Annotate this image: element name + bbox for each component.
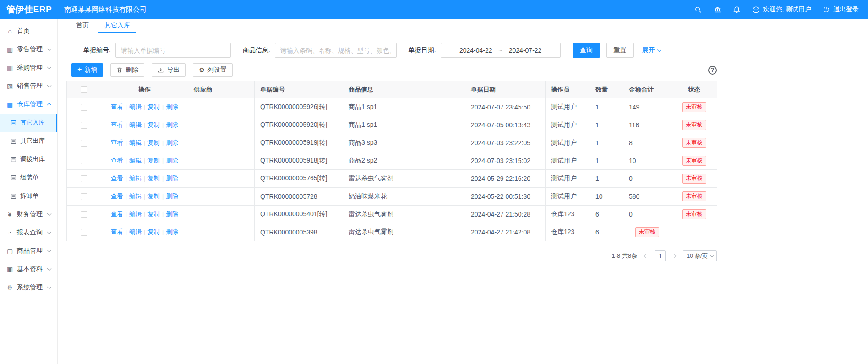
row-checkbox[interactable] [81,122,87,129]
supplier-cell [188,152,255,170]
row-checkbox[interactable] [81,175,87,182]
search-icon[interactable] [694,5,702,14]
delete-button[interactable]: 删除 [110,63,144,77]
copy-link[interactable]: 复制 [147,228,160,235]
copy-link[interactable]: 复制 [147,193,160,200]
row-checkbox[interactable] [81,211,87,218]
delete-link[interactable]: 删除 [166,211,178,217]
tab-other-inbound[interactable]: 其它入库 [98,19,136,33]
amount-cell: 8 [623,134,671,152]
view-link[interactable]: 查看 [111,211,123,217]
delete-link[interactable]: 删除 [166,157,178,164]
select-all-checkbox[interactable] [81,86,87,93]
edit-link[interactable]: 编辑 [129,157,142,164]
sidebar-item-purchase[interactable]: ▦ 采购管理 [0,59,57,77]
table-toolbar: + 新增 删除 导出 ⚙ 列设置 [71,63,717,77]
column-settings-button[interactable]: ⚙ 列设置 [193,63,233,77]
sidebar-subitem-other-inbound[interactable]: 其它入库 [0,114,57,132]
sidebar-item-basedata[interactable]: ▣ 基本资料 [0,260,57,278]
bell-icon[interactable] [732,5,741,14]
copy-link[interactable]: 复制 [147,121,160,128]
sidebar-item-goods[interactable]: ▢ 商品管理 [0,242,57,260]
export-button[interactable]: 导出 [152,63,186,77]
top-header: 管伊佳ERP 南通某某网络科技有限公司 欢迎您, 测试用户 [0,0,868,19]
delete-link[interactable]: 删除 [166,121,178,128]
sidebar-item-label: 基本资料 [17,265,43,273]
goods-cell: 商品1 sp1 [343,98,465,116]
edit-link[interactable]: 编辑 [129,228,142,235]
sidebar-subitem-transfer-outbound[interactable]: 调拨出库 [0,150,57,168]
delete-link[interactable]: 删除 [166,139,178,146]
delete-link[interactable]: 删除 [166,103,178,110]
edit-link[interactable]: 编辑 [129,121,142,128]
sidebar-subitem-assembly[interactable]: 组装单 [0,168,57,187]
supplier-cell [188,188,255,206]
date-end-value[interactable]: 2024-07-22 [509,47,542,54]
row-checkbox[interactable] [81,158,87,164]
chevron-down-icon [47,65,52,70]
bank-icon[interactable] [713,5,721,14]
delete-link[interactable]: 删除 [166,228,178,235]
plus-icon: + [77,66,82,73]
copy-link[interactable]: 复制 [147,211,160,217]
view-link[interactable]: 查看 [111,157,123,164]
next-page-icon[interactable] [671,250,677,261]
row-checkbox[interactable] [81,104,87,111]
date-cell: 2024-05-22 00:51:30 [465,188,546,206]
view-link[interactable]: 查看 [111,121,123,128]
status-badge: 未审核 [682,102,706,112]
copy-link[interactable]: 复制 [147,139,160,146]
delete-link[interactable]: 删除 [166,193,178,200]
user-menu[interactable]: 欢迎您, 测试用户 [752,5,811,14]
supplier-cell [188,206,255,223]
sidebar-subitem-other-outbound[interactable]: 其它出库 [0,132,57,150]
basedata-icon: ▣ [6,266,14,273]
date-cell: 2024-07-03 23:22:05 [465,134,546,152]
goods-cell: 雷达杀虫气雾剂 [343,223,465,241]
add-button[interactable]: + 新增 [71,63,103,77]
view-link[interactable]: 查看 [111,193,123,200]
date-range-picker[interactable]: 2024-04-22 ~ 2024-07-22 [441,43,561,58]
sidebar-item-system[interactable]: ⚙ 系统管理 [0,278,57,297]
operator-cell: 测试用户 [546,98,590,116]
sidebar-item-home[interactable]: ⌂ 首页 [0,22,57,40]
link-separator: | [126,122,127,128]
help-icon[interactable]: ? [708,66,717,75]
edit-link[interactable]: 编辑 [129,211,142,217]
view-link[interactable]: 查看 [111,103,123,110]
view-link[interactable]: 查看 [111,175,123,182]
tab-home[interactable]: 首页 [70,19,95,33]
prev-page-icon[interactable] [643,250,649,261]
search-button[interactable]: 查询 [573,43,600,58]
page-size-select[interactable]: 10 条/页 [683,250,717,261]
delete-link[interactable]: 删除 [166,175,178,182]
sidebar-item-retail[interactable]: ▥ 零售管理 [0,40,57,59]
logout-button[interactable]: 退出登录 [822,5,859,14]
reset-button[interactable]: 重置 [606,43,634,58]
link-separator: | [162,175,164,182]
copy-link[interactable]: 复制 [147,103,160,110]
sidebar-item-warehouse[interactable]: ▤ 仓库管理 [0,95,57,114]
goods-info-input[interactable] [275,43,397,58]
view-link[interactable]: 查看 [111,139,123,146]
edit-link[interactable]: 编辑 [129,139,142,146]
edit-link[interactable]: 编辑 [129,103,142,110]
sidebar-item-finance[interactable]: ¥ 财务管理 [0,205,57,223]
col-total-amount: 金额合计 [623,81,671,98]
expand-link[interactable]: 展开 [642,46,661,54]
sidebar-subitem-disassembly[interactable]: 拆卸单 [0,187,57,205]
edit-link[interactable]: 编辑 [129,193,142,200]
copy-link[interactable]: 复制 [147,157,160,164]
row-checkbox[interactable] [81,229,87,236]
sidebar-item-sales[interactable]: ▧ 销售管理 [0,77,57,95]
date-start-value[interactable]: 2024-04-22 [459,47,492,54]
row-checkbox[interactable] [81,193,87,200]
row-checkbox[interactable] [81,140,87,147]
view-link[interactable]: 查看 [111,228,123,235]
sidebar-item-report[interactable]: ◔ 报表查询 [0,223,57,242]
main-content: 首页 其它入库 单据编号: 商品信息: 单据日期: 2024-04-22 ~ [58,19,868,364]
edit-link[interactable]: 编辑 [129,175,142,182]
bill-no-input[interactable] [115,43,231,58]
page-number[interactable]: 1 [655,250,666,261]
copy-link[interactable]: 复制 [147,175,160,182]
